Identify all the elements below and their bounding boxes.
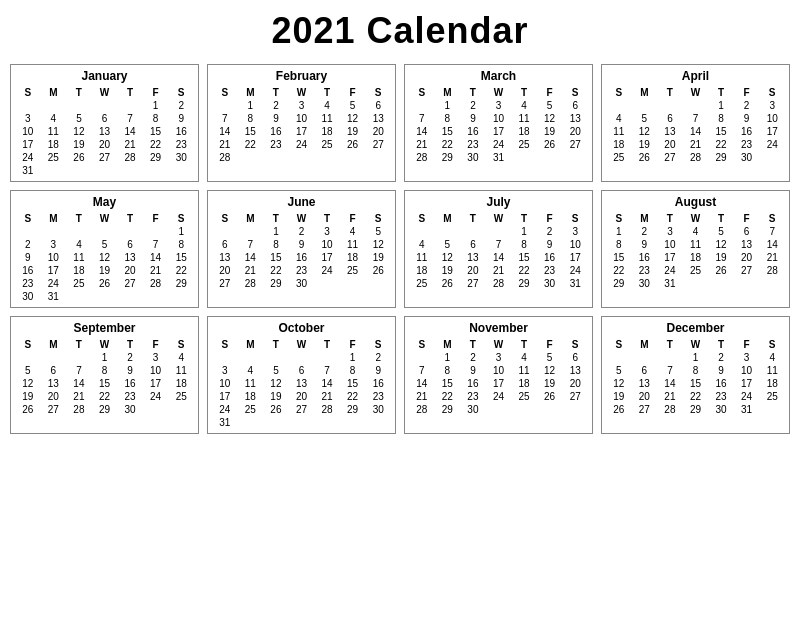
day-cell — [759, 403, 785, 416]
day-cell: 23 — [632, 264, 658, 277]
day-cell — [537, 151, 563, 164]
day-cell: 16 — [537, 251, 563, 264]
day-cell: 11 — [168, 364, 194, 377]
week-row — [606, 164, 785, 166]
day-cell — [212, 351, 238, 364]
day-header: T — [511, 86, 537, 99]
day-cell: 14 — [314, 377, 340, 390]
day-cell: 28 — [143, 277, 169, 290]
week-row: 45678910 — [409, 238, 588, 251]
day-cell: 29 — [143, 151, 169, 164]
day-cell — [238, 416, 264, 429]
week-row: 3456789 — [212, 364, 391, 377]
day-cell — [511, 403, 537, 416]
day-cell: 4 — [314, 99, 340, 112]
day-cell: 14 — [486, 251, 512, 264]
day-cell: 14 — [409, 125, 435, 138]
day-header: F — [537, 212, 563, 225]
day-cell — [314, 290, 340, 292]
day-cell — [238, 290, 264, 292]
day-cell: 15 — [92, 377, 118, 390]
day-cell: 29 — [683, 403, 709, 416]
day-cell: 28 — [409, 151, 435, 164]
day-cell: 21 — [117, 138, 143, 151]
day-cell — [606, 164, 632, 166]
day-cell — [683, 290, 709, 292]
day-cell — [708, 290, 734, 292]
day-cell: 1 — [92, 351, 118, 364]
day-cell: 29 — [168, 277, 194, 290]
day-cell: 23 — [289, 264, 315, 277]
day-cell: 19 — [537, 125, 563, 138]
day-cell: 2 — [734, 99, 760, 112]
day-cell: 19 — [435, 264, 461, 277]
day-cell: 20 — [212, 264, 238, 277]
week-row: 1234567 — [606, 225, 785, 238]
day-cell — [41, 99, 67, 112]
day-cell — [263, 416, 289, 429]
day-cell: 26 — [632, 151, 658, 164]
day-cell — [409, 290, 435, 292]
week-row: 19202122232425 — [606, 390, 785, 403]
day-cell: 16 — [734, 125, 760, 138]
day-cell: 9 — [365, 364, 391, 377]
day-cell: 14 — [117, 125, 143, 138]
day-header: W — [289, 212, 315, 225]
day-header: W — [486, 86, 512, 99]
day-cell: 17 — [289, 125, 315, 138]
day-cell — [15, 225, 41, 238]
day-cell: 16 — [289, 251, 315, 264]
day-cell — [606, 290, 632, 292]
day-cell: 25 — [41, 151, 67, 164]
day-cell: 12 — [15, 377, 41, 390]
day-header: W — [486, 212, 512, 225]
day-cell: 6 — [460, 238, 486, 251]
month-december: DecemberSMTWTFS1234567891011121314151617… — [601, 316, 790, 434]
day-cell — [537, 403, 563, 416]
day-header: S — [562, 212, 588, 225]
day-cell: 24 — [314, 264, 340, 277]
day-cell: 9 — [168, 112, 194, 125]
day-cell: 26 — [340, 138, 366, 151]
month-table: SMTWTFS123456789101112131415161718192021… — [15, 338, 194, 418]
day-header: S — [365, 212, 391, 225]
day-cell: 10 — [562, 238, 588, 251]
day-header: S — [168, 86, 194, 99]
day-cell: 19 — [365, 251, 391, 264]
day-cell: 8 — [435, 364, 461, 377]
day-cell: 12 — [708, 238, 734, 251]
day-cell: 14 — [657, 377, 683, 390]
day-cell: 29 — [511, 277, 537, 290]
day-header: T — [314, 338, 340, 351]
day-cell: 7 — [238, 238, 264, 251]
day-cell — [117, 225, 143, 238]
week-row: 11121314151617 — [409, 251, 588, 264]
day-cell: 3 — [486, 351, 512, 364]
day-cell — [212, 225, 238, 238]
day-cell: 21 — [486, 264, 512, 277]
week-row: 25262728293031 — [409, 277, 588, 290]
day-cell: 16 — [460, 125, 486, 138]
day-cell: 8 — [683, 364, 709, 377]
month-november: NovemberSMTWTFS1234567891011121314151617… — [404, 316, 593, 434]
day-cell — [632, 290, 658, 292]
day-header: T — [708, 86, 734, 99]
day-cell — [562, 290, 588, 292]
week-row — [409, 416, 588, 418]
day-cell: 15 — [340, 377, 366, 390]
day-cell: 12 — [632, 125, 658, 138]
day-cell: 14 — [683, 125, 709, 138]
day-cell — [143, 403, 169, 416]
day-cell: 8 — [435, 112, 461, 125]
day-cell — [365, 164, 391, 166]
day-cell — [365, 151, 391, 164]
week-row: 17181920212223 — [15, 138, 194, 151]
day-cell: 4 — [66, 238, 92, 251]
day-cell: 2 — [168, 99, 194, 112]
day-cell: 30 — [734, 151, 760, 164]
week-row: 21222324252627 — [212, 138, 391, 151]
day-cell: 12 — [365, 238, 391, 251]
day-cell: 7 — [143, 238, 169, 251]
day-cell: 14 — [66, 377, 92, 390]
day-cell: 3 — [314, 225, 340, 238]
